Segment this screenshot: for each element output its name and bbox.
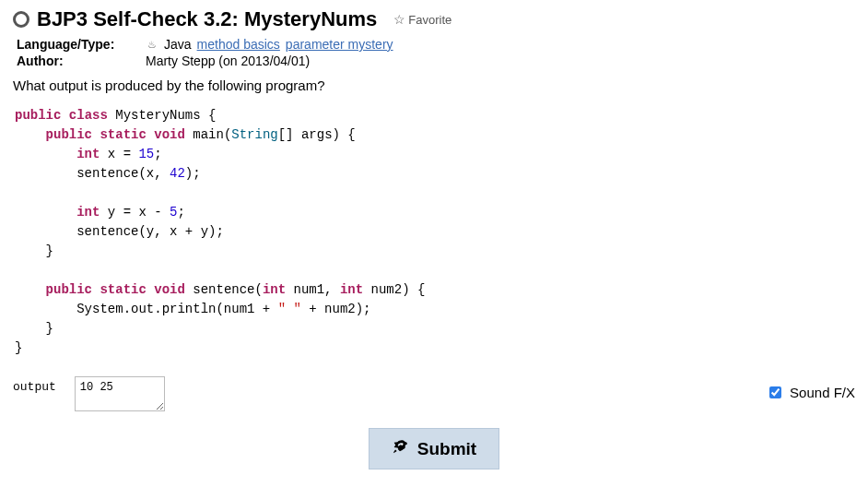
- page-title: BJP3 Self-Check 3.2: MysteryNums: [37, 7, 377, 31]
- output-label: output: [13, 376, 56, 394]
- star-icon: ☆: [393, 12, 405, 27]
- problem-prompt: What output is produced by the following…: [13, 77, 855, 93]
- language-value: Java: [164, 37, 192, 52]
- language-type-label: Language/Type:: [17, 37, 146, 52]
- sound-fx-checkbox[interactable]: [769, 386, 781, 398]
- author-label: Author:: [17, 53, 146, 68]
- java-icon: ♨: [146, 38, 158, 51]
- rocket-icon: [392, 438, 408, 459]
- author-value: Marty Stepp (on 2013/04/01): [146, 53, 310, 68]
- sound-fx-label: Sound F/X: [790, 385, 855, 400]
- tag-method-basics[interactable]: method basics: [197, 37, 280, 52]
- favorite-label: Favorite: [408, 13, 452, 27]
- tag-parameter-mystery[interactable]: parameter mystery: [286, 37, 393, 52]
- meta-block: Language/Type: ♨ Java method basics para…: [17, 37, 855, 68]
- status-circle-icon: [13, 11, 29, 28]
- submit-button[interactable]: Submit: [369, 428, 499, 469]
- sound-fx-toggle[interactable]: Sound F/X: [766, 384, 855, 401]
- output-input[interactable]: [75, 376, 165, 411]
- code-block: public class MysteryNums { public static…: [15, 106, 855, 358]
- svg-point-0: [401, 444, 403, 446]
- favorite-button[interactable]: ☆ Favorite: [393, 12, 452, 27]
- submit-label: Submit: [417, 439, 476, 459]
